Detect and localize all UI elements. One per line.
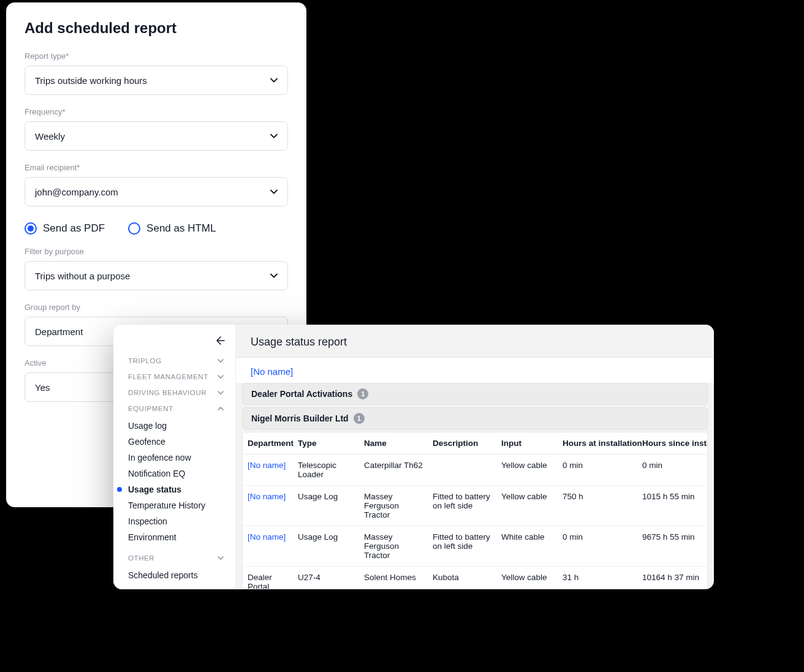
table-row: [No name] Usage Log Massey Ferguson Trac… (243, 486, 708, 526)
group-by-value: Department (35, 327, 83, 337)
col-department[interactable]: Department (243, 432, 293, 455)
sidebar-section-other[interactable]: OTHER (113, 550, 235, 566)
chevron-down-icon (269, 75, 279, 85)
active-value: Yes (35, 382, 50, 393)
cell-name: Massey Ferguson Tractor (359, 526, 428, 567)
group-count-badge: 1 (354, 413, 365, 424)
col-hours-since-install[interactable]: Hours since install (637, 432, 708, 455)
report-table-wrap: Department Type Name Description Input H… (242, 432, 708, 589)
chevron-down-icon (217, 357, 224, 364)
group-name: Dealer Portal Activations (251, 389, 352, 399)
group-name: Nigel Morris Builder Ltd (251, 413, 349, 423)
report-viewer-panel: TRIPLOG FLEET MANAGEMENT DRIVING BEHAVIO… (113, 325, 714, 589)
cell-name: Massey Ferguson Tractor (359, 486, 428, 526)
col-name[interactable]: Name (359, 432, 428, 455)
label-email-recipient: Email recipient* (25, 163, 288, 172)
cell-description: Fitted to battery on left side (428, 486, 496, 526)
chevron-down-icon (269, 187, 279, 197)
cell-input: Yellow cable (496, 486, 558, 526)
group-header-dealer-portal[interactable]: Dealer Portal Activations 1 (242, 383, 708, 405)
cell-hours-at-install: 0 min (558, 455, 637, 486)
cell-type: Usage Log (293, 486, 359, 526)
radio-send-as-pdf[interactable]: Send as PDF (25, 222, 105, 235)
label-filter-purpose: Filter by purpose (25, 247, 288, 256)
sidebar-item-inspection[interactable]: Inspection (113, 513, 235, 529)
col-description[interactable]: Description (428, 432, 496, 455)
sidebar-item-usage-status[interactable]: Usage status (113, 481, 235, 497)
cell-department-link[interactable]: [No name] (243, 455, 293, 486)
chevron-down-icon (269, 271, 279, 281)
report-content: Usage status report [No name] Dealer Por… (236, 325, 714, 589)
col-type[interactable]: Type (293, 432, 359, 455)
radio-send-as-html[interactable]: Send as HTML (128, 222, 216, 235)
sidebar-section-triplog[interactable]: TRIPLOG (113, 353, 235, 369)
sidebar-other-items: Scheduled reports (113, 566, 235, 588)
sidebar-item-geofence[interactable]: Geofence (113, 434, 235, 450)
col-hours-at-install[interactable]: Hours at installation (558, 432, 637, 455)
filter-purpose-select[interactable]: Trips without a purpose (25, 261, 288, 290)
sidebar-item-temperature-history[interactable]: Temperature History (113, 497, 235, 513)
cell-hours-at-install: 750 h (558, 486, 637, 526)
cell-type: Usage Log (293, 526, 359, 567)
filter-purpose-value: Trips without a purpose (35, 271, 130, 281)
sidebar-item-notification-eq[interactable]: Notification EQ (113, 466, 235, 481)
cell-type: Telescopic Loader (293, 455, 359, 486)
frequency-select[interactable]: Weekly (25, 121, 288, 151)
cell-hours-at-install: 0 min (558, 526, 637, 567)
cell-hours-since-install: 9675 h 55 min (637, 526, 708, 567)
table-row: Dealer Portal U27-4 Solent Homes Kubota … (243, 567, 708, 590)
sidebar-section-label: DRIVING BEHAVIOUR (128, 389, 207, 396)
cell-input: Yellow cable (496, 567, 558, 590)
sidebar-item-scheduled-reports[interactable]: Scheduled reports (113, 567, 235, 583)
label-frequency: Frequency* (25, 107, 288, 116)
radio-pdf-label: Send as PDF (43, 222, 105, 235)
cell-department-link[interactable]: [No name] (243, 526, 293, 567)
chevron-down-icon (217, 389, 224, 396)
back-arrow-icon[interactable] (213, 334, 226, 347)
cell-department: Dealer Portal (243, 567, 293, 590)
group-header-nigel-morris[interactable]: Nigel Morris Builder Ltd 1 (242, 407, 708, 429)
table-row: [No name] Usage Log Massey Ferguson Trac… (243, 526, 708, 567)
chevron-down-icon (217, 373, 224, 380)
sidebar-section-equipment[interactable]: EQUIPMENT (113, 401, 235, 417)
sidebar-section-label: OTHER (128, 554, 154, 562)
label-report-type: Report type* (25, 51, 288, 61)
sidebar-section-label: TRIPLOG (128, 357, 162, 364)
report-type-select[interactable]: Trips outside working hours (25, 66, 288, 95)
email-recipient-select[interactable]: john@company.com (25, 177, 288, 206)
sidebar-item-environment[interactable]: Environment (113, 529, 235, 545)
cell-name: Caterpillar Th62 (359, 455, 428, 486)
table-header-row: Department Type Name Description Input H… (243, 432, 708, 455)
panel-title: Add scheduled report (25, 20, 288, 37)
group-count-badge: 1 (357, 388, 368, 399)
report-top-link[interactable]: [No name] (236, 358, 714, 383)
sidebar-item-in-geofence-now[interactable]: In geofence now (113, 450, 235, 466)
cell-hours-since-install: 10164 h 37 min (637, 567, 708, 590)
sidebar-item-usage-log[interactable]: Usage log (113, 418, 235, 434)
format-radio-group: Send as PDF Send as HTML (25, 222, 288, 235)
cell-hours-at-install: 31 h (558, 567, 637, 590)
radio-html-label: Send as HTML (146, 222, 216, 235)
sidebar: TRIPLOG FLEET MANAGEMENT DRIVING BEHAVIO… (113, 325, 236, 589)
cell-input: White cable (496, 526, 558, 567)
chevron-down-icon (217, 554, 224, 562)
sidebar-section-label: FLEET MANAGEMENT (128, 373, 208, 380)
col-input[interactable]: Input (496, 432, 558, 455)
sidebar-section-driving[interactable]: DRIVING BEHAVIOUR (113, 385, 235, 401)
label-group-by: Group report by (25, 303, 288, 312)
sidebar-equipment-items: Usage log Geofence In geofence now Notif… (113, 417, 235, 550)
radio-checked-icon (25, 222, 37, 235)
report-header: Usage status report (236, 325, 714, 358)
cell-department-link[interactable]: [No name] (243, 486, 293, 526)
frequency-value: Weekly (35, 131, 65, 142)
chevron-up-icon (217, 405, 224, 412)
cell-name: Solent Homes (359, 567, 428, 590)
chevron-down-icon (269, 131, 279, 141)
cell-hours-since-install: 0 min (637, 455, 708, 486)
sidebar-section-fleet[interactable]: FLEET MANAGEMENT (113, 369, 235, 385)
cell-description: Kubota (428, 567, 496, 590)
email-recipient-value: john@company.com (35, 187, 118, 197)
cell-type: U27-4 (293, 567, 359, 590)
cell-input: Yellow cable (496, 455, 558, 486)
report-type-value: Trips outside working hours (35, 75, 147, 86)
